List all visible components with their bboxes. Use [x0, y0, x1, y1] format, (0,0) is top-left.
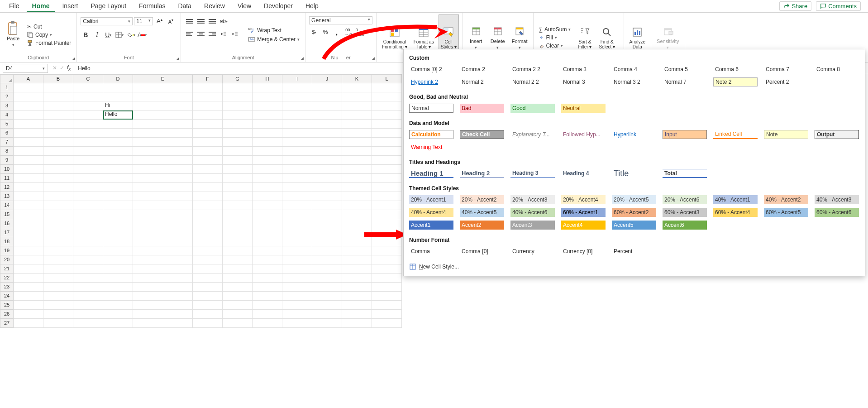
cell-E21[interactable] [133, 264, 193, 274]
style-item[interactable]: Accent1 [409, 221, 453, 230]
cell-D18[interactable] [103, 237, 133, 246]
cell-C16[interactable] [73, 219, 103, 228]
cell-A2[interactable] [14, 92, 43, 101]
cell-E10[interactable] [133, 165, 193, 174]
style-item[interactable]: 60% - Accent2 [612, 208, 656, 217]
cell-H1[interactable] [253, 83, 282, 92]
cell-L10[interactable] [372, 165, 402, 174]
cell-H10[interactable] [253, 165, 282, 174]
cell-F4[interactable] [193, 110, 223, 120]
cell-J25[interactable] [312, 301, 342, 310]
cell-I18[interactable] [282, 237, 312, 246]
cell-D15[interactable] [103, 210, 133, 219]
cell-D20[interactable] [103, 255, 133, 264]
cell-F11[interactable] [193, 174, 223, 183]
style-item[interactable]: Normal 3 [561, 77, 606, 86]
cell-D13[interactable] [103, 192, 133, 201]
row-header[interactable]: 13 [0, 192, 14, 201]
cell-K8[interactable] [342, 147, 372, 156]
cell-H7[interactable] [253, 138, 282, 147]
cell-B21[interactable] [43, 264, 73, 274]
cell-C1[interactable] [73, 83, 103, 92]
cell-K26[interactable] [342, 310, 372, 319]
underline-button[interactable]: U▾ [103, 30, 113, 40]
cell-F19[interactable] [193, 246, 223, 255]
cell-L9[interactable] [372, 156, 402, 165]
style-item[interactable]: 40% - Accent5 [460, 208, 504, 217]
font-name-dropdown[interactable]: Calibri▾ [81, 17, 133, 25]
cell-E3[interactable] [133, 101, 193, 110]
cell-G21[interactable] [223, 264, 253, 274]
cell-I20[interactable] [282, 255, 312, 264]
cell-C3[interactable] [73, 101, 103, 110]
style-item[interactable]: Note 2 [713, 77, 758, 86]
cell-J21[interactable] [312, 264, 342, 274]
dialog-launcher-icon[interactable]: ◢ [372, 56, 375, 61]
cell-E1[interactable] [133, 83, 193, 92]
cell-C14[interactable] [73, 201, 103, 210]
cell-E14[interactable] [133, 201, 193, 210]
cell-A11[interactable] [14, 174, 43, 183]
cell-K19[interactable] [342, 246, 372, 255]
increase-indent-button[interactable] [230, 29, 240, 39]
style-item[interactable]: Input [663, 130, 707, 139]
cell-B9[interactable] [43, 156, 73, 165]
cell-C24[interactable] [73, 292, 103, 301]
cell-C18[interactable] [73, 237, 103, 246]
cell-J17[interactable] [312, 228, 342, 237]
cell-C22[interactable] [73, 274, 103, 283]
row-header[interactable]: 3 [0, 101, 14, 110]
cell-C25[interactable] [73, 301, 103, 310]
decrease-indent-button[interactable] [219, 29, 229, 39]
cell-B24[interactable] [43, 292, 73, 301]
cell-E13[interactable] [133, 192, 193, 201]
cell-K3[interactable] [342, 101, 372, 110]
tab-formulas[interactable]: Formulas [134, 0, 171, 12]
cell-G2[interactable] [223, 92, 253, 101]
cell-C19[interactable] [73, 246, 103, 255]
style-item[interactable]: 40% - Accent6 [510, 208, 555, 217]
bold-button[interactable]: B [81, 30, 91, 40]
cell-A1[interactable] [14, 83, 43, 92]
cell-K16[interactable] [342, 219, 372, 228]
cell-E11[interactable] [133, 174, 193, 183]
cell-H23[interactable] [253, 283, 282, 292]
cell-E9[interactable] [133, 156, 193, 165]
cell-D4[interactable]: Hello [103, 110, 133, 120]
cell-H13[interactable] [253, 192, 282, 201]
cell-J16[interactable] [312, 219, 342, 228]
style-item[interactable]: Normal 7 [663, 77, 707, 86]
style-item[interactable]: Hyperlink [612, 130, 656, 139]
cell-J12[interactable] [312, 183, 342, 192]
style-item[interactable]: Normal 3 2 [612, 77, 656, 86]
cell-G27[interactable] [223, 319, 253, 328]
cell-B5[interactable] [43, 120, 73, 129]
comments-button[interactable]: Comments [816, 1, 861, 11]
tab-developer[interactable]: Developer [258, 0, 298, 12]
cell-L17[interactable] [372, 228, 402, 237]
cell-K9[interactable] [342, 156, 372, 165]
cell-A24[interactable] [14, 292, 43, 301]
cell-H20[interactable] [253, 255, 282, 264]
wrap-text-button[interactable]: ab Wrap Text [246, 26, 301, 34]
cell-F26[interactable] [193, 310, 223, 319]
cell-G22[interactable] [223, 274, 253, 283]
cell-L12[interactable] [372, 183, 402, 192]
cell-E12[interactable] [133, 183, 193, 192]
cut-button[interactable]: ✂ Cut [25, 23, 73, 30]
number-format-dropdown[interactable]: General ▾ [309, 16, 372, 24]
cell-H16[interactable] [253, 219, 282, 228]
cell-E22[interactable] [133, 274, 193, 283]
tab-view[interactable]: View [232, 0, 257, 12]
cell-J3[interactable] [312, 101, 342, 110]
style-item[interactable]: Heading 4 [561, 169, 606, 178]
new-cell-style-button[interactable]: New Cell Style... [408, 260, 860, 273]
cell-H3[interactable] [253, 101, 282, 110]
style-item[interactable]: 20% - Accent2 [460, 195, 504, 204]
cell-I21[interactable] [282, 264, 312, 274]
cell-B19[interactable] [43, 246, 73, 255]
cell-L25[interactable] [372, 301, 402, 310]
cell-G17[interactable] [223, 228, 253, 237]
cell-A23[interactable] [14, 283, 43, 292]
style-item[interactable]: 20% - Accent3 [510, 195, 555, 204]
